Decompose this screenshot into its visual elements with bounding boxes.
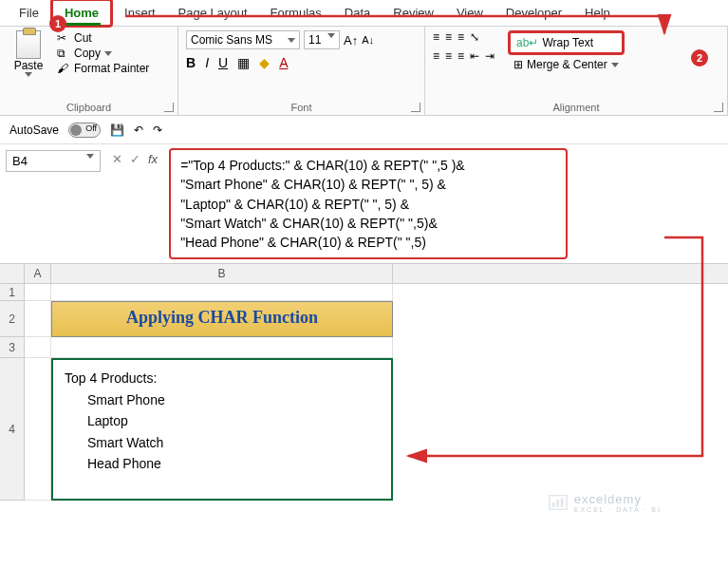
tab-review[interactable]: Review: [382, 1, 445, 25]
merge-icon: ⊞: [513, 58, 523, 71]
autosave-label: AutoSave: [9, 123, 59, 137]
save-icon[interactable]: 💾: [110, 123, 124, 137]
cancel-formula-icon[interactable]: ✕: [112, 152, 122, 166]
underline-button[interactable]: U: [218, 55, 228, 70]
clipboard-icon: [16, 30, 41, 59]
undo-icon[interactable]: ↶: [134, 123, 143, 137]
chevron-down-icon: [327, 33, 335, 38]
tab-view[interactable]: View: [445, 1, 495, 25]
ribbon-body: Paste ✂Cut ⧉Copy 🖌Format Painter Clipboa…: [0, 27, 728, 116]
bold-button[interactable]: B: [186, 55, 196, 70]
enter-formula-icon[interactable]: ✓: [130, 152, 140, 166]
svg-rect-3: [561, 498, 564, 506]
cell-a2[interactable]: [25, 301, 51, 337]
tab-data[interactable]: Data: [333, 1, 382, 25]
decrease-font-icon[interactable]: A↓: [362, 34, 374, 46]
result-item: Head Phone: [65, 453, 380, 474]
align-right-icon[interactable]: ≡: [457, 49, 464, 63]
tab-formulas[interactable]: Formulas: [259, 1, 333, 25]
group-label-alignment: Alignment: [433, 100, 719, 113]
formula-bar[interactable]: ="Top 4 Products:" & CHAR(10) & REPT(" "…: [169, 148, 568, 259]
formula-bar-row: B4 ✕ ✓ fx ="Top 4 Products:" & CHAR(10) …: [0, 144, 728, 264]
dialog-launcher-icon[interactable]: [164, 103, 174, 112]
group-label-clipboard: Clipboard: [8, 100, 170, 113]
merge-center-button[interactable]: ⊞ Merge & Center: [508, 55, 625, 74]
font-color-button[interactable]: A: [279, 55, 288, 70]
row-header-3[interactable]: 3: [0, 337, 25, 358]
group-font: Comic Sans MS 11 A↑ A↓ B I U ▦ ◆ A Font: [178, 27, 425, 115]
decrease-indent-icon[interactable]: ⇤: [470, 49, 479, 63]
formula-line: "Smart Phone" & CHAR(10) & REPT(" ", 5) …: [180, 175, 556, 194]
tab-help[interactable]: Help: [573, 1, 622, 25]
watermark-icon: [548, 492, 569, 513]
chevron-down-icon: [86, 154, 94, 159]
wrap-text-icon: ab↵: [516, 36, 538, 49]
cell-b3[interactable]: [51, 337, 393, 358]
copy-button[interactable]: ⧉Copy: [57, 46, 149, 61]
formula-line: "Head Phone" & CHAR(10) & REPT(" ",5): [180, 233, 556, 252]
paste-label: Paste: [14, 59, 44, 72]
wrap-text-button[interactable]: ab↵ Wrap Text: [508, 30, 625, 55]
row-header-2[interactable]: 2: [0, 301, 25, 337]
row-header-1[interactable]: 1: [0, 284, 25, 301]
group-label-font: Font: [186, 100, 417, 113]
redo-icon[interactable]: ↷: [153, 123, 162, 137]
quick-access-bar: AutoSave Off 💾 ↶ ↷: [0, 116, 728, 144]
result-item: Smart Phone: [65, 389, 380, 410]
font-name-select[interactable]: Comic Sans MS: [186, 30, 300, 49]
fx-icon[interactable]: fx: [148, 152, 158, 166]
font-size-select[interactable]: 11: [304, 30, 340, 49]
tab-page-layout[interactable]: Page Layout: [167, 1, 259, 25]
group-alignment: ≡ ≡ ≡ ⤡ ≡ ≡ ≡ ⇤ ⇥ ab↵ Wrap Text: [425, 27, 728, 115]
cell-b2-title[interactable]: Applying CHAR Function: [51, 301, 393, 337]
col-header-a[interactable]: A: [25, 264, 51, 283]
formula-line: "Laptop" & CHAR(10) & REPT(" ", 5) &: [180, 195, 556, 214]
select-all-corner[interactable]: [0, 264, 25, 283]
tab-developer[interactable]: Developer: [495, 1, 573, 25]
tab-file[interactable]: File: [8, 1, 50, 25]
italic-button[interactable]: I: [205, 55, 209, 70]
callout-badge-1: 1: [49, 15, 66, 32]
watermark-tag: EXCEL · DATA · BI: [574, 506, 662, 513]
ribbon-tabs: File Home Insert Page Layout Formulas Da…: [0, 0, 728, 27]
dialog-launcher-icon[interactable]: [411, 103, 420, 112]
chevron-down-icon: [288, 38, 295, 43]
result-item: Laptop: [65, 410, 380, 431]
row-header-4[interactable]: 4: [0, 358, 25, 501]
result-header: Top 4 Products:: [65, 368, 380, 388]
align-middle-icon[interactable]: ≡: [445, 30, 452, 44]
align-top-icon[interactable]: ≡: [433, 30, 439, 44]
name-box[interactable]: B4: [6, 150, 101, 172]
cell-a4[interactable]: [25, 358, 51, 501]
chevron-down-icon[interactable]: [25, 72, 32, 77]
cut-button[interactable]: ✂Cut: [57, 30, 149, 46]
tab-insert[interactable]: Insert: [113, 1, 167, 25]
align-center-icon[interactable]: ≡: [445, 49, 452, 63]
dialog-launcher-icon[interactable]: [714, 103, 723, 112]
column-headers: A B: [0, 264, 728, 284]
watermark-brand: exceldemy: [574, 492, 642, 506]
format-painter-button[interactable]: 🖌Format Painter: [57, 61, 149, 76]
svg-rect-1: [551, 502, 554, 507]
cell-a1[interactable]: [25, 284, 51, 301]
chevron-down-icon[interactable]: [104, 51, 112, 56]
scissors-icon: ✂: [57, 31, 70, 45]
increase-indent-icon[interactable]: ⇥: [485, 49, 495, 63]
formula-line: ="Top 4 Products:" & CHAR(10) & REPT(" "…: [180, 156, 556, 175]
col-header-b[interactable]: B: [51, 264, 393, 283]
increase-font-icon[interactable]: A↑: [344, 33, 358, 47]
formula-line: "Smart Watch" & CHAR(10) & REPT(" ",5)&: [180, 214, 556, 233]
callout-badge-2: 2: [691, 49, 708, 66]
autosave-toggle[interactable]: Off: [68, 123, 101, 138]
align-bottom-icon[interactable]: ≡: [457, 30, 464, 44]
result-item: Smart Watch: [65, 432, 380, 453]
cell-b4-result[interactable]: Top 4 Products: Smart Phone Laptop Smart…: [51, 358, 393, 501]
cell-a3[interactable]: [25, 337, 51, 358]
align-left-icon[interactable]: ≡: [433, 49, 439, 63]
orientation-icon[interactable]: ⤡: [470, 30, 479, 44]
fill-color-button[interactable]: ◆: [259, 55, 270, 70]
cell-b1[interactable]: [51, 284, 393, 301]
group-clipboard: Paste ✂Cut ⧉Copy 🖌Format Painter Clipboa…: [0, 27, 178, 115]
paste-button[interactable]: Paste: [8, 30, 49, 77]
border-button[interactable]: ▦: [237, 55, 250, 70]
